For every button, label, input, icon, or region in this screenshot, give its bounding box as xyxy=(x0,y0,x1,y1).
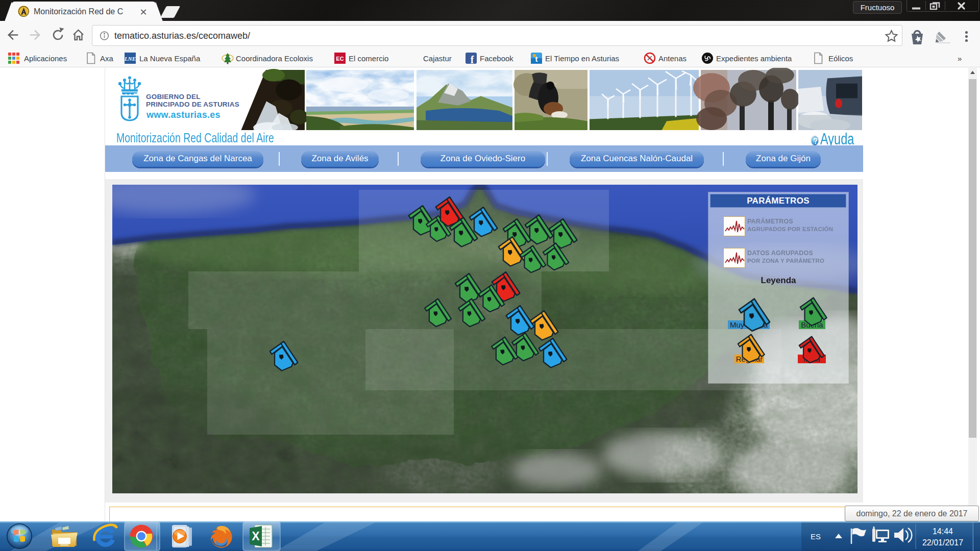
svg-text:LNE: LNE xyxy=(124,56,136,62)
svg-text:f: f xyxy=(471,54,474,65)
svg-text:EC: EC xyxy=(336,56,344,62)
svg-text:ES: ES xyxy=(811,532,821,541)
svg-text:14:44: 14:44 xyxy=(933,527,953,536)
svg-text:22/01/2017: 22/01/2017 xyxy=(922,538,963,547)
svg-text:X: X xyxy=(252,530,260,543)
